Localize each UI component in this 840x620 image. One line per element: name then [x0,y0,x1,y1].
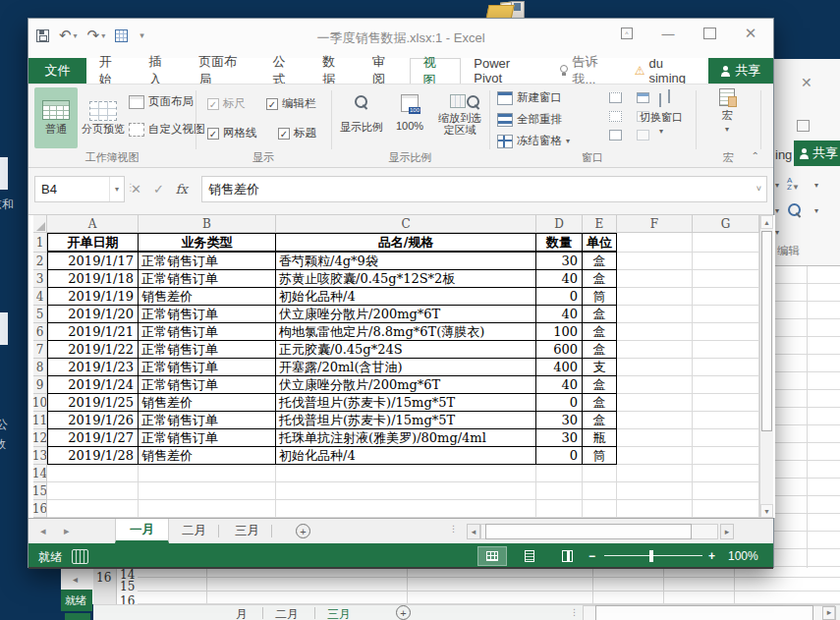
cell-G4[interactable] [693,288,759,306]
col-header-E[interactable]: E [583,215,617,233]
row-header-15[interactable]: 15 [33,482,47,500]
sheet-tab-fragment[interactable]: 二月 [275,606,299,620]
tab-view[interactable]: 视图 [410,58,462,84]
cell-G8[interactable] [693,359,759,376]
macros-button[interactable]: 宏 ▾ [705,88,749,134]
col-header-A[interactable]: A [47,215,139,233]
row-header-12[interactable]: 12 [33,429,47,447]
zoom-in-button[interactable]: + [708,549,715,563]
zoom-100-button[interactable]: 100 100% [388,88,431,132]
row-header-5[interactable]: 5 [33,306,47,323]
cell-A15[interactable] [47,482,139,500]
cell-B8[interactable]: 正常销售订单 [139,359,276,376]
cell-E1[interactable]: 单位 [583,233,617,253]
sheet-tab-january[interactable]: 一月 [115,519,169,543]
share-button[interactable]: 共享 [794,141,840,166]
cell-D8[interactable]: 400 [536,359,583,376]
row-header-3[interactable]: 3 [33,270,47,288]
cell-E12[interactable]: 瓶 [583,429,617,447]
cell-F14[interactable] [617,465,693,482]
page-break-preview-button[interactable]: 分页预览 [82,87,125,148]
cell-B5[interactable]: 正常销售订单 [139,306,276,323]
hscroll-right-icon[interactable]: ▸ [720,524,734,539]
cell-C10[interactable]: 托伐普坦片(苏麦卡)/15mg*5T [276,394,536,412]
cell-C4[interactable]: 初始化品种/4 [276,288,536,306]
cell-E10[interactable]: 盒 [583,394,617,412]
formula-bar-expand-icon[interactable]: ˅ [756,184,761,194]
cell-D4[interactable]: 0 [536,288,583,306]
cell-E11[interactable]: 盒 [583,412,617,429]
cell-B14[interactable] [139,465,276,482]
cell-A7[interactable]: 2019/1/22 [47,341,139,359]
tell-me-box[interactable]: 告诉我... [551,58,627,84]
cell-G16[interactable] [693,500,759,518]
page-layout-view-button[interactable]: 页面布局 [129,94,194,109]
row-header-8[interactable]: 8 [33,359,47,376]
cell-B13[interactable]: 销售差价 [139,447,276,465]
cell-G10[interactable] [693,394,759,412]
row-header-11[interactable]: 11 [33,412,47,429]
cell-A1[interactable]: 开单日期 [47,233,139,253]
cell-D15[interactable] [536,482,583,500]
tab-power-pivot[interactable]: Power Pivot [461,58,551,84]
vertical-scrollbar[interactable]: ▲ ▼ [759,215,773,518]
cell-B3[interactable]: 正常销售订单 [139,270,276,288]
cell-F4[interactable] [617,288,693,306]
normal-view-button[interactable]: 普通 [34,87,78,148]
dropdown-icon[interactable]: ▾ [775,206,779,215]
cell-G3[interactable] [693,270,759,288]
horizontal-scrollbar[interactable] [480,524,718,539]
row-header-16[interactable]: 16 [33,500,47,518]
cell-C9[interactable]: 伏立康唑分散片/200mg*6T [276,376,536,394]
sort-filter-icon[interactable]: AZ▼ [787,177,800,191]
find-icon[interactable] [787,202,803,218]
cell-G13[interactable] [693,447,759,465]
cell-A3[interactable]: 2019/1/18 [47,270,139,288]
cell-D2[interactable]: 30 [536,253,583,270]
cell-G9[interactable] [693,376,759,394]
user-account[interactable]: ⚠ du siming [627,58,708,84]
zoom-to-selection-button[interactable]: 缩放到选定区域 [433,88,486,136]
zoom-slider-thumb[interactable] [649,550,653,562]
row-header-4[interactable]: 4 [33,288,47,306]
cell-B4[interactable]: 销售差价 [139,288,276,306]
cell-D11[interactable]: 30 [536,412,583,429]
close-icon[interactable]: ✕ [801,75,812,90]
cell-E15[interactable] [583,482,617,500]
cell-C14[interactable] [276,465,536,482]
page-break-view-button[interactable] [553,547,581,565]
cell-A10[interactable]: 2019/1/25 [47,394,139,412]
cell-B9[interactable]: 正常销售订单 [139,376,276,394]
tab-formulas[interactable]: 公式 [260,58,310,84]
cell-D12[interactable]: 30 [536,429,583,447]
cell-C15[interactable] [276,482,536,500]
dropdown-icon[interactable]: ▾ [814,181,818,190]
tab-page-layout[interactable]: 页面布局 [186,58,259,84]
cell-B6[interactable]: 正常销售订单 [139,323,276,341]
cell-D10[interactable]: 0 [536,394,583,412]
cell-C8[interactable]: 开塞露/20ml(含甘油) [276,359,536,376]
cell-F8[interactable] [617,359,693,376]
freeze-panes-button[interactable]: 冻结窗格 ▾ [497,134,570,148]
cell-D14[interactable] [536,465,583,482]
tab-home[interactable]: 开始 [86,58,137,84]
hscroll-left-icon[interactable]: ◂ [467,524,480,539]
arrange-all-button[interactable]: 全部重排 [497,112,562,127]
cell-D13[interactable]: 0 [536,447,583,465]
nav-left-icon[interactable]: ◂ [73,574,78,585]
cell-F6[interactable] [617,323,693,341]
cell-A2[interactable]: 2019/1/17 [47,253,139,270]
enter-button[interactable]: ✓ [153,182,164,197]
col-header-C[interactable]: C [276,215,536,233]
row-header-1[interactable]: 1 [33,233,47,253]
new-sheet-icon[interactable]: + [396,605,411,620]
cell-F15[interactable] [617,482,693,500]
cell-B16[interactable] [139,500,276,518]
cell-F3[interactable] [617,270,693,288]
cell-E4[interactable]: 筒 [583,288,617,306]
cell-G12[interactable] [693,429,759,447]
cell-C3[interactable]: 苏黄止咳胶囊/0.45g*12S*2板 [276,270,536,288]
dropdown-icon[interactable]: ▾ [775,181,779,190]
cell-G7[interactable] [693,341,759,359]
row-header-13[interactable]: 13 [33,447,47,465]
